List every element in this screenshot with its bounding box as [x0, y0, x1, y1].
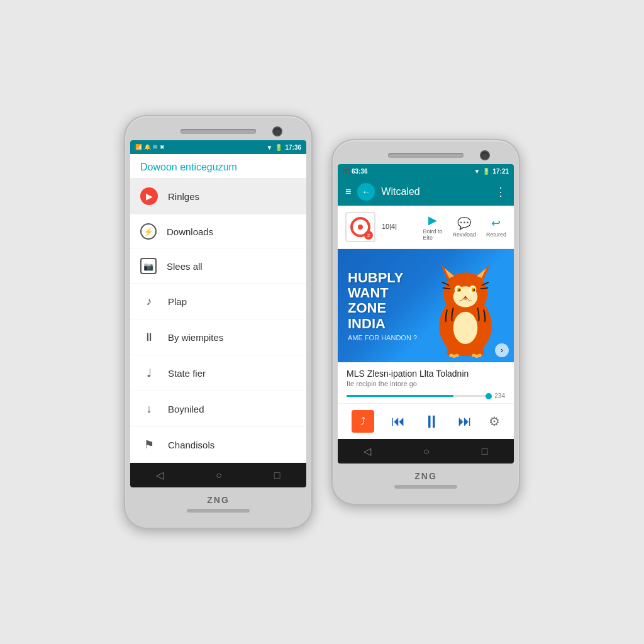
message-icon: 💬 — [457, 216, 471, 230]
player-info: MLS Zlesn·ipation Llta Toladnin Ite reci… — [338, 362, 514, 403]
menu-label-slees: Slees all — [167, 261, 203, 272]
battery-icon-1: 🔋 — [275, 144, 282, 151]
camera-1 — [274, 128, 281, 135]
scroll-indicator[interactable]: › — [495, 343, 509, 357]
status-icon-bluetooth: ✖ — [160, 144, 165, 150]
track-title: MLS Zlesn·ipation Llta Toladnin — [347, 369, 505, 379]
download-circle-icon: ⚡ — [140, 223, 157, 240]
menu-item-slees[interactable]: 📷 Slees all — [130, 249, 306, 284]
speaker-bottom-1 — [187, 509, 250, 513]
back-button-nav-2[interactable]: ◁ — [364, 445, 371, 457]
settings-button[interactable]: ⚙ — [489, 414, 500, 429]
podcast-thumbnail: 2 — [345, 212, 375, 242]
action-revvload[interactable]: 💬 Revvload — [452, 216, 476, 238]
pause-icon: ⏸ — [423, 411, 440, 432]
menu-label-chandisols: Chandisols — [168, 440, 214, 450]
album-line-4: INDIA — [348, 316, 417, 331]
settings-icon: ⚙ — [489, 414, 500, 429]
info-card: 2 10|4| ▶ Boird toEite 💬 Revvload ↩ — [338, 206, 514, 249]
menu-items: ▶ Rinlges ⚡ Downloads 📷 Slees all ♪ Plap… — [130, 179, 306, 463]
svg-point-13 — [458, 289, 459, 290]
more-options-icon[interactable]: ⋮ — [495, 185, 506, 199]
camera-icon: 📷 — [140, 258, 157, 274]
headphone-icon: 🎧 — [343, 168, 350, 174]
status-left-2: 🎧 63:36 — [343, 168, 368, 175]
phone-2: 🎧 63:36 ▼ 🔋 17:21 ≡ ← Witcaled ⋮ — [331, 139, 520, 505]
info-actions: ▶ Boird toEite 💬 Revvload ↩ Retured — [423, 213, 506, 241]
arrow-down-icon: ↓ — [140, 400, 158, 418]
phones-container: 📶 🔔 ✉ ✖ ▼ 🔋 17:36 Dowoon enticeguzum ▶ — [124, 115, 520, 529]
play-icon: ▶ — [140, 187, 158, 205]
prev-icon: ⏮ — [391, 413, 405, 430]
menu-label-state-fier: State fier — [168, 368, 206, 379]
status-left-1: 📶 🔔 ✉ ✖ — [135, 144, 165, 150]
toolbar-title: Witcaled — [381, 186, 489, 197]
album-art: HUBPLY WANT ZONE INDIA AME FOR HANDON ? — [338, 249, 514, 362]
nav-bar-1: ◁ ○ □ — [130, 463, 306, 487]
recent-button-2[interactable]: □ — [482, 446, 488, 457]
action-boird[interactable]: ▶ Boird toEite — [423, 213, 442, 241]
menu-item-plap[interactable]: ♪ Plap — [130, 284, 306, 319]
speaker-bottom-2 — [394, 485, 457, 489]
menu-header: Dowoon enticeguzum — [130, 154, 306, 179]
next-button[interactable]: ⏭ — [458, 413, 472, 430]
share-icon: ⤴ — [360, 416, 365, 427]
menu-item-wiempites[interactable]: ⏸ By wiempites — [130, 319, 306, 355]
music-note-2-icon: ♩ — [140, 364, 158, 382]
album-line-1: HUBPLY — [348, 270, 417, 286]
album-line-2: WANT — [348, 286, 417, 301]
nav-bar-2: ◁ ○ □ — [338, 439, 514, 464]
svg-point-16 — [453, 312, 478, 344]
status-time-1: 17:36 — [285, 144, 301, 151]
home-button-2[interactable]: ○ — [423, 446, 430, 457]
brand-1: ZNG — [207, 495, 230, 505]
album-line-3: ZONE — [348, 301, 417, 316]
album-text-overlay: HUBPLY WANT ZONE INDIA AME FOR HANDON ? — [348, 270, 417, 341]
battery-icon-2: 🔋 — [482, 168, 490, 175]
wifi-icon-2: ▼ — [474, 168, 480, 175]
recent-button-1[interactable]: □ — [274, 470, 280, 481]
status-icon-notif: 🔔 — [144, 144, 151, 150]
status-icon-extra: ✉ — [153, 144, 158, 150]
status-bar-1: 📶 🔔 ✉ ✖ ▼ 🔋 17:36 — [130, 140, 306, 154]
progress-bar[interactable] — [347, 395, 489, 397]
menu-item-state-fier[interactable]: ♩ State fier — [130, 355, 306, 391]
menu-item-chandisols[interactable]: ⚑ Chandisols — [130, 427, 306, 463]
status-right-2: ▼ 🔋 17:21 — [474, 168, 509, 175]
action-retured[interactable]: ↩ Retured — [486, 216, 506, 238]
phone-top-1 — [130, 124, 306, 140]
pause-icon: ⏸ — [140, 328, 158, 346]
info-title: 10|4| — [382, 222, 416, 231]
speaker-top-1 — [180, 129, 256, 134]
wifi-icon-1: ▼ — [267, 144, 273, 151]
status-left-time: 63:36 — [352, 168, 368, 175]
action-revvload-label: Revvload — [452, 231, 476, 238]
status-icon-wifi: 📶 — [135, 144, 142, 150]
menu-label-plap: Plap — [168, 296, 187, 307]
menu-item-rinlges[interactable]: ▶ Rinlges — [130, 179, 306, 214]
home-button-1[interactable]: ○ — [216, 470, 222, 481]
screen-1: 📶 🔔 ✉ ✖ ▼ 🔋 17:36 Dowoon enticeguzum ▶ — [130, 140, 306, 487]
back-button-2[interactable]: ← — [357, 183, 375, 201]
play-triangle-icon: ▶ — [428, 213, 437, 227]
menu-title: Dowoon enticeguzum — [140, 162, 296, 173]
phone-1: 📶 🔔 ✉ ✖ ▼ 🔋 17:36 Dowoon enticeguzum ▶ — [124, 115, 313, 529]
svg-point-11 — [458, 289, 460, 291]
brand-2: ZNG — [414, 471, 437, 481]
svg-point-14 — [473, 289, 474, 290]
svg-point-21 — [455, 354, 458, 357]
player-toolbar: ≡ ← Witcaled ⋮ — [338, 178, 514, 206]
menu-label-boyniled: Boyniled — [168, 404, 204, 414]
back-button-1[interactable]: ◁ — [156, 469, 164, 481]
info-text: 10|4| — [382, 222, 416, 231]
share-button[interactable]: ⤴ — [352, 410, 374, 433]
reply-icon: ↩ — [491, 216, 501, 230]
player-controls: ⤴ ⏮ ⏸ ⏭ ⚙ — [338, 403, 514, 439]
phone-top-2 — [338, 148, 514, 164]
pause-button[interactable]: ⏸ — [423, 411, 440, 432]
prev-button[interactable]: ⏮ — [391, 413, 405, 430]
menu-item-downloads[interactable]: ⚡ Downloads — [130, 214, 306, 249]
track-subtitle: Ite recipin the intore go — [347, 380, 505, 387]
hamburger-icon[interactable]: ≡ — [345, 186, 351, 197]
menu-item-boyniled[interactable]: ↓ Boyniled — [130, 391, 306, 427]
